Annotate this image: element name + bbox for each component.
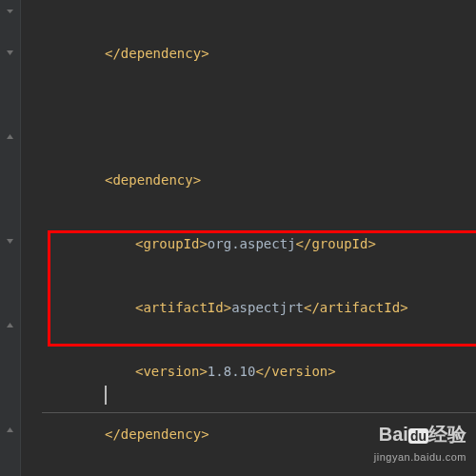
code-area[interactable]: </dependency> <dependency> <groupId>org.… [21,0,476,476]
separator-line [42,412,476,413]
fold-marker-icon[interactable] [3,4,16,17]
fold-marker-icon[interactable] [3,423,16,436]
xml-tag: <groupId> [135,236,208,251]
xml-text: org.aspectj [208,236,296,251]
gutter [0,0,21,476]
text-cursor [105,386,107,405]
watermark-url: jingyan.baidu.com [374,449,466,466]
fold-marker-icon[interactable] [3,46,16,59]
xml-tag: <dependency> [105,172,201,188]
xml-tag: </version> [255,364,335,379]
xml-tag: </artifactId> [304,300,408,315]
watermark-text: 经验 [428,424,466,445]
xml-tag: </dependency> [105,426,209,442]
xml-tag: <artifactId> [135,300,231,315]
fold-marker-icon[interactable] [3,129,16,143]
xml-text: 1.8.10 [208,364,256,379]
xml-tag: </groupId> [296,236,376,251]
watermark-text: Bai [379,424,408,445]
watermark: Baidu经验 jingyan.baidu.com [374,419,466,466]
fold-marker-icon[interactable] [3,318,16,331]
watermark-text: du [408,428,428,444]
watermark-brand: Baidu经验 [374,419,466,449]
xml-tag: <version> [135,364,208,379]
fold-marker-icon[interactable] [3,234,16,248]
code-editor[interactable]: </dependency> <dependency> <groupId>org.… [0,0,476,476]
xml-text: aspectjrt [231,300,304,315]
xml-tag: </dependency> [105,46,209,61]
